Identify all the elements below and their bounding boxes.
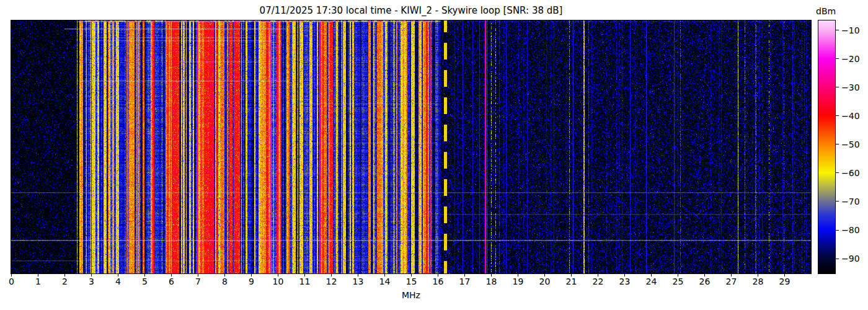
colorbar-tick-label: −70 — [841, 197, 860, 206]
x-tick-label: 15 — [406, 277, 417, 286]
colorbar-tick-label: −40 — [841, 112, 860, 120]
x-tick-label: 26 — [699, 277, 711, 286]
x-tick-label: 18 — [486, 277, 497, 286]
colorbar-tick-mark — [836, 58, 839, 59]
x-tick-label: 29 — [779, 277, 790, 286]
colorbar-tick-mark — [836, 172, 839, 173]
colorbar-tick-mark — [836, 201, 839, 202]
colorbar-tick-mark — [836, 259, 839, 259]
plot-title: 07/11/2025 17:30 local time - KIWI_2 - S… — [260, 5, 563, 16]
x-tick-label: 17 — [459, 277, 471, 286]
colorbar-tick-label: −30 — [841, 83, 860, 92]
colorbar-tick-label: −50 — [841, 140, 860, 149]
x-tick-label: 1 — [35, 277, 41, 286]
colorbar-tick-mark — [836, 230, 839, 231]
colorbar-gradient — [818, 20, 835, 273]
colorbar-tick-mark — [836, 144, 839, 144]
x-tick-label: 16 — [433, 277, 444, 286]
x-tick-label: 21 — [566, 277, 577, 286]
x-tick-label: 28 — [753, 277, 764, 286]
colorbar-unit-label: dBm — [816, 6, 836, 16]
colorbar-tick-mark — [836, 87, 839, 87]
x-tick-label: 14 — [379, 277, 391, 286]
colorbar-tick-label: −20 — [841, 55, 860, 63]
x-tick-label: 19 — [513, 277, 524, 286]
x-tick-label: 2 — [62, 277, 68, 286]
x-tick-label: 25 — [673, 277, 684, 286]
x-tick-label: 0 — [9, 277, 14, 286]
x-tick-label: 23 — [619, 277, 631, 286]
colorbar-tick-mark — [836, 115, 839, 116]
waterfall-canvas — [11, 20, 811, 273]
x-tick-label: 20 — [539, 277, 551, 286]
colorbar — [818, 20, 836, 274]
x-tick-label: 22 — [593, 277, 604, 286]
colorbar-tick-label: −90 — [841, 254, 860, 263]
x-tick-label: 3 — [89, 277, 94, 286]
colorbar-tick-mark — [836, 30, 839, 30]
x-tick-label: 27 — [726, 277, 737, 286]
x-tick-label: 11 — [299, 277, 311, 286]
x-tick-label: 4 — [115, 277, 121, 286]
x-tick-label: 8 — [222, 277, 228, 286]
waterfall-plot-area — [11, 20, 812, 274]
x-tick-label: 6 — [169, 277, 174, 286]
colorbar-tick-label: −60 — [841, 169, 860, 177]
x-tick-label: 13 — [353, 277, 364, 286]
x-axis-label: MHz — [402, 290, 420, 300]
x-tick-label: 12 — [326, 277, 337, 286]
x-tick-label: 5 — [142, 277, 148, 286]
colorbar-tick-label: −80 — [841, 226, 860, 234]
x-tick-label: 7 — [195, 277, 201, 286]
colorbar-tick-label: −10 — [841, 26, 860, 35]
x-tick-label: 9 — [249, 277, 254, 286]
x-tick-label: 10 — [273, 277, 284, 286]
x-tick-label: 24 — [646, 277, 657, 286]
spectrogram-figure: 07/11/2025 17:30 local time - KIWI_2 - S… — [0, 0, 868, 310]
